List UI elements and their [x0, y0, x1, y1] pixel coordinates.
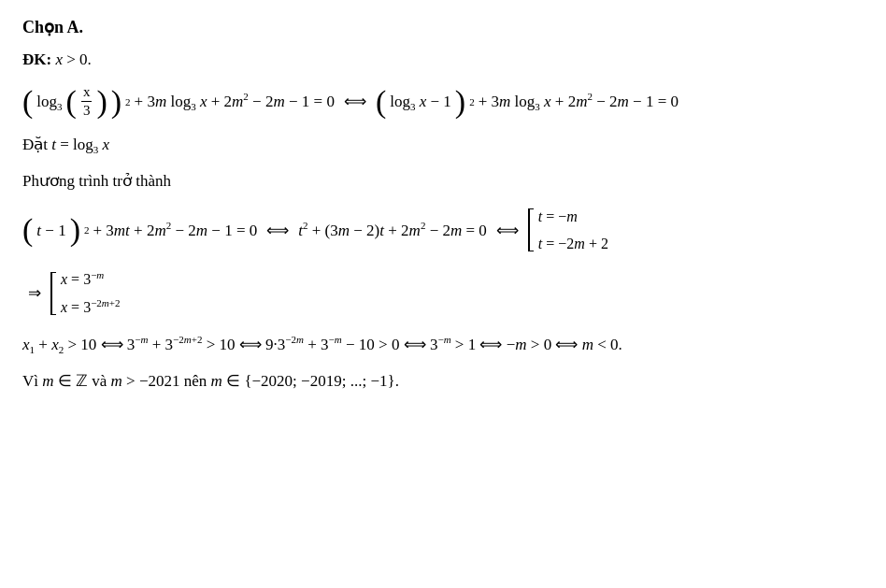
dk-label: ĐK: — [22, 50, 51, 68]
inner-big-rparen: ) — [96, 86, 107, 118]
dk-condition: x > 0. — [55, 50, 91, 68]
x-bracket-bar — [50, 272, 56, 315]
x-result-lines: x = 3−m x = 3−2m+2 — [61, 267, 121, 320]
bracket-row-2: t = −2m + 2 — [538, 232, 608, 256]
plus1: + 3m log3 x + 2m2 − 2m − 1 = 0 — [135, 84, 335, 119]
dat-label: Đặt t = log3 x — [22, 136, 109, 153]
second-equation: ( t − 1 ) 2 + 3mt + 2m2 − 2m − 1 = 0 ⟺ t… — [22, 205, 864, 256]
phuong-trinh-label: Phương trình trở thành — [22, 168, 864, 195]
iff3: ⟺ — [496, 213, 519, 248]
x1x2-line: x1 + x2 > 10 ⟺ 3−m + 3−2m+2 > 10 ⟺ 9·3−2… — [22, 331, 864, 359]
implies-block: ⇒ x = 3−m x = 3−2m+2 — [22, 267, 864, 320]
exp-2-right: 2 — [469, 91, 475, 113]
t1-rparen: ) — [70, 214, 80, 246]
left-big-rparen: ) — [111, 86, 121, 118]
left-big-lparen: ( — [22, 86, 33, 118]
x-bracket-row-2: x = 3−2m+2 — [61, 295, 121, 320]
log3-x-minus1: log3 x − 1 — [390, 84, 451, 119]
exp-2-left: 2 — [125, 91, 131, 113]
implies-arrow: ⇒ — [28, 276, 41, 310]
result-bracket: t = −m t = −2m + 2 — [528, 205, 608, 256]
right-big-rparen: ) — [455, 86, 465, 118]
fraction-x3: x 3 — [81, 83, 93, 121]
right-big-lparen: ( — [376, 86, 386, 118]
exp-2-t: 2 — [84, 219, 90, 241]
t2-eq: t2 + (3m − 2)t + 2m2 − 2m = 0 — [298, 213, 487, 248]
log3-label: log3 — [36, 84, 62, 119]
second-eq-middle: + 3mt + 2m2 − 2m − 1 = 0 — [93, 213, 257, 248]
right-rest: + 3m log3 x + 2m2 − 2m − 1 = 0 — [479, 84, 679, 119]
x-result-bracket: x = 3−m x = 3−2m+2 — [50, 267, 121, 320]
result-lines: t = −m t = −2m + 2 — [538, 205, 608, 256]
bracket-bar — [528, 208, 534, 251]
dk-line: ĐK: x > 0. — [22, 47, 864, 74]
page-title: Chọn A. — [22, 17, 864, 37]
inner-big-lparen: ( — [66, 86, 77, 118]
x-bracket-row-1: x = 3−m — [61, 267, 121, 292]
iff1: ⟺ — [344, 84, 366, 119]
t-minus-1: t − 1 — [36, 213, 65, 248]
bracket-row-1: t = −m — [538, 205, 608, 229]
main-equation: ( log3 ( x 3 ) ) 2 + 3m log3 x + 2m2 − 2… — [22, 83, 864, 121]
dat-line: Đặt t = log3 x — [22, 132, 864, 159]
iff2: ⟺ — [266, 213, 289, 248]
t1-lparen: ( — [22, 214, 33, 246]
vi-line: Vì m ∈ ℤ và m > −2021 nên m ∈ {−2020; −2… — [22, 368, 864, 395]
